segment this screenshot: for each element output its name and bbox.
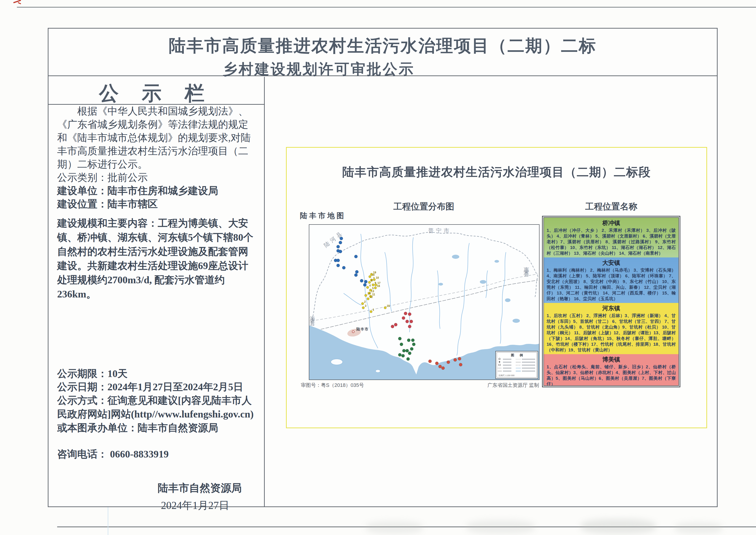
svg-text:18: 18 — [372, 273, 375, 276]
attachment-title: 陆丰市高质量推进农村生活污水治理项目（二期）二标段 — [287, 164, 706, 180]
neighbor-county-label: 惠来县 — [523, 263, 530, 277]
town-name: 大安镇 — [546, 258, 676, 267]
scan-smudge — [674, 522, 722, 534]
town-name: 博美镇 — [546, 354, 676, 364]
notice-board-heading: 公 示 栏 — [48, 77, 264, 105]
notice-date-line: 公示日期：2024年1月27日至2024年2月5日 — [57, 380, 256, 394]
svg-text:6: 6 — [371, 279, 373, 282]
island — [331, 359, 343, 365]
map-attachment-panel: 陆丰市高质量推进农村生活污水治理项目（二期）二标段 工程位置分布图 工程位置名称… — [286, 147, 707, 428]
svg-text:12: 12 — [370, 296, 373, 298]
map-producer: 广东省国土资源厅 监制 — [463, 382, 539, 389]
names-section-heading: 工程位置名称 — [585, 201, 637, 212]
lufeng-city-map: 图 例 — [309, 224, 540, 380]
svg-text:16: 16 — [377, 284, 380, 288]
reservoirs — [438, 255, 520, 323]
neighbor-county-label: 普宁市 — [428, 228, 452, 234]
notice-frame: 陆丰市高质量推进农村生活污水治理项目（二期）二标 乡村建设规划许可审批公示 公 … — [48, 28, 717, 507]
town-villages: 1、后坎村（五村） 2、浮洲村（后林）3、浮洲村（新湖） 4、甘坑村（车田）5、… — [546, 313, 676, 353]
notice-method-paragraph: 公示方式：征询意见和建议[内容见陆丰市人民政府网站]网站(http//www.l… — [57, 394, 256, 435]
town-section-bomei: 博美镇 1、点石村（松寿头、庵前、铺仔、新乡、旧乡）2、仙桥村（桥头、仙家村）3… — [544, 354, 679, 386]
notice-period-line: 公示期限：10天 — [57, 367, 256, 380]
notice-type-line: 公示类别：批前公示 — [57, 171, 256, 184]
county-boundary — [311, 232, 538, 323]
map-svg: 图 例 — [309, 225, 539, 380]
town-section-hedong: 河东镇 1、后坎村（五村） 2、浮洲村（后林）3、浮洲村（新湖） 4、甘坑村（车… — [544, 303, 679, 354]
signature-agency: 陆丰市自然资源局 — [92, 481, 307, 495]
project-names-list: 桥冲镇 1、后冲村（冲仔、大乡 ） 2、禾潭村（禾潭村） 3、后冲村（陂头） 4… — [544, 217, 679, 386]
town-villages: 1、梅林利（梅林村） 2、梅林村（马赤毛） 3、安博村（石头湖） 4、南溪村（上… — [546, 267, 676, 301]
city-label: 陆丰市 — [356, 327, 369, 331]
map-legend: 图 例 — [496, 351, 538, 379]
signature-date: 2024年1月27日 — [87, 498, 303, 513]
svg-text:14: 14 — [367, 292, 371, 295]
islet — [376, 370, 380, 373]
document-title-line1: 陆丰市高质量推进农村生活污水治理项目（二期）二标 — [48, 35, 717, 57]
top-scan-rule — [17, 7, 756, 8]
scan-smudge — [581, 519, 656, 534]
town-section-qiaochong: 桥冲镇 1、后冲村（冲仔、大乡 ） 2、禾潭村（禾潭村） 3、后冲村（陂头） 4… — [544, 218, 679, 257]
notice-phone-line: 咨询电话： 0660-8833919 — [57, 448, 256, 461]
city-marker — [352, 331, 354, 333]
town-name: 河东镇 — [546, 303, 676, 313]
town-villages: 1、点石村（松寿头、庵前、铺仔、新乡、旧乡）2、仙桥村（桥头、仙家村）3、仙桥村… — [546, 364, 676, 386]
svg-text:4: 4 — [369, 284, 371, 287]
notice-scope-paragraph: 建设规模和主要内容：工程为博美镇、大安镇、桥冲镇、湖东镇、河东镇5个镇下辖80个… — [57, 216, 256, 301]
town-name: 桥冲镇 — [546, 218, 676, 228]
svg-text:10: 10 — [376, 276, 379, 279]
notice-unit-line: 建设单位：陆丰市住房和城乡建设局 — [57, 184, 256, 198]
notice-board-column: 公 示 栏 根据《中华人民共和国城乡规划法》、《广东省城乡规划条例》等法律法规的… — [48, 77, 265, 507]
cluster-yellow-hedong: 1918710691716451314111223115 — [361, 271, 390, 313]
notice-body: 根据《中华人民共和国城乡规划法》、《广东省城乡规划条例》等法律法规的规定和《陆丰… — [48, 105, 264, 461]
cluster-green-bomei — [398, 337, 415, 360]
svg-text:13: 13 — [371, 290, 374, 293]
svg-text:15: 15 — [387, 304, 390, 307]
town-section-daan: 大安镇 1、梅林利（梅林村） 2、梅林村（马赤毛） 3、安博村（石头湖） 4、南… — [544, 257, 679, 303]
town-villages: 1、后冲村（冲仔、大乡 ） 2、禾潭村（禾潭村） 3、后冲村（陂头） 4、后冲村… — [546, 228, 676, 256]
map-approval-number: 审图号：粤S（2018）035号 — [301, 382, 364, 389]
document-title-line2: 乡村建设规划许可审批公示 — [0, 59, 653, 79]
legend-scale: 比例尺 1:150 000 — [499, 374, 515, 377]
notice-location-line: 建设位置：陆丰市辖区 — [57, 198, 256, 211]
project-names-panel: 桥冲镇 1、后冲村（冲仔、大乡 ） 2、禾潭村（禾潭村） 3、后冲村（陂头） 4… — [542, 216, 680, 387]
cluster-blue-daan — [334, 237, 367, 287]
svg-text:1: 1 — [373, 308, 374, 311]
scanned-notice-page: 陆丰市高质量推进农村生活污水治理项目（二期）二标 乡村建设规划许可审批公示 公 … — [0, 0, 756, 535]
red-pen-tick — [18, 2, 21, 4]
railway-line — [316, 280, 538, 330]
scan-smudge — [466, 520, 535, 534]
svg-text:17: 17 — [378, 281, 380, 285]
notice-intro-paragraph: 根据《中华人民共和国城乡规划法》、《广东省城乡规划条例》等法律法规的规定和《陆丰… — [57, 105, 256, 171]
highway-line — [312, 274, 538, 321]
legend-title: 图 例 — [511, 353, 525, 357]
document-title-block: 陆丰市高质量推进农村生活污水治理项目（二期）二标 乡村建设规划许可审批公示 — [48, 29, 717, 76]
map-title-label: 陆丰市地图 — [300, 211, 346, 221]
svg-text:3: 3 — [365, 304, 366, 307]
svg-text:5: 5 — [372, 287, 374, 290]
scan-smudge — [366, 521, 423, 534]
map-section-heading: 工程位置分布图 — [393, 201, 454, 212]
svg-text:2: 2 — [364, 300, 366, 303]
